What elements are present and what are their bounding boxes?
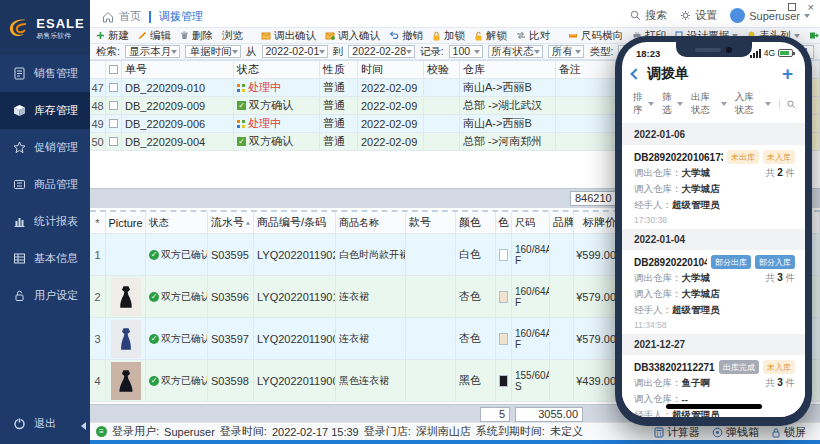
sidebar-item-promotion[interactable]: 促销管理 bbox=[0, 129, 90, 166]
status-badge: 未入库 bbox=[763, 360, 795, 374]
login-time: 2022-02-17 15:39 bbox=[272, 426, 359, 438]
select-all-checkbox[interactable] bbox=[109, 65, 118, 74]
search-label: 检索: bbox=[96, 45, 120, 59]
delete-button[interactable]: 删除 bbox=[180, 29, 213, 43]
from-label: 从 bbox=[246, 45, 257, 59]
login-time-label: 登录时间: bbox=[220, 424, 267, 439]
transfer-out-confirm-button[interactable]: 调出确认 bbox=[261, 29, 316, 43]
date-from-picker[interactable]: 2022-02-01 bbox=[262, 45, 328, 58]
phone-mockup: 18:23 4G 调拨单 + 排序 筛选 出库状态 入库状态 bbox=[615, 36, 812, 426]
logo-icon bbox=[5, 15, 31, 41]
status-select[interactable]: 所有状态 bbox=[488, 45, 544, 58]
cash-drawer-button[interactable]: 弹钱箱 bbox=[712, 425, 759, 440]
username: Superuser bbox=[749, 10, 800, 22]
time-field-select[interactable]: 单据时间 bbox=[185, 45, 241, 58]
records-select[interactable]: 100 bbox=[449, 45, 483, 58]
calculator-button[interactable]: 计算器 bbox=[654, 425, 700, 440]
tab-bar: × 首页 调拨管理 搜索 设置 bbox=[90, 0, 820, 28]
processing-icon bbox=[237, 84, 245, 92]
sort-filter[interactable]: 排序 bbox=[633, 91, 654, 117]
row-checkbox[interactable] bbox=[109, 83, 118, 92]
lock-button[interactable]: 加锁 bbox=[432, 29, 465, 43]
card-timestamp: 11:34:58 bbox=[634, 320, 795, 330]
card-timestamp: 17:30:38 bbox=[634, 215, 795, 225]
outbound-status-filter[interactable]: 出库状态 bbox=[691, 91, 727, 117]
calculator-icon bbox=[654, 427, 664, 438]
app-logo: ESALE 易售乐软件 bbox=[0, 0, 90, 55]
avatar bbox=[730, 8, 745, 23]
status-badge: 出库完成 bbox=[719, 360, 759, 374]
phone-screen: 18:23 4G 调拨单 + 排序 筛选 出库状态 入库状态 bbox=[622, 42, 805, 417]
home-icon bbox=[102, 11, 114, 23]
sidebar-collapse-arrow[interactable] bbox=[81, 422, 86, 430]
back-icon[interactable] bbox=[630, 68, 641, 79]
tab-transfer-management[interactable]: 调拨管理 bbox=[159, 9, 203, 24]
search-icon[interactable] bbox=[787, 99, 796, 110]
quantity-total-box: 5 bbox=[480, 407, 510, 422]
to-label: 到 bbox=[333, 45, 344, 59]
export-button[interactable]: 导出 bbox=[809, 29, 820, 43]
status-badge: 部分入库 bbox=[755, 255, 795, 269]
new-button[interactable]: 新建 bbox=[96, 29, 129, 43]
date-group-header: 2022-01-06 bbox=[622, 124, 805, 145]
sidebar-item-inventory[interactable]: 库存管理 bbox=[0, 92, 90, 129]
scope-select[interactable]: 所有 bbox=[548, 45, 584, 58]
unlock-button[interactable]: 解锁 bbox=[474, 29, 507, 43]
logout-button[interactable]: 退出 bbox=[0, 408, 90, 438]
phone-notch bbox=[676, 42, 752, 57]
bottom-accent-strip bbox=[90, 440, 820, 444]
tab-home[interactable]: 首页 bbox=[102, 9, 141, 24]
sidebar-item-sales[interactable]: 销售管理 bbox=[0, 55, 90, 92]
period-select[interactable]: 显示本月 bbox=[125, 45, 181, 58]
sidebar-item-products[interactable]: 商品管理 bbox=[0, 166, 90, 203]
row-checkbox[interactable] bbox=[109, 101, 118, 110]
login-user-label: 登录用户: bbox=[112, 424, 159, 439]
ruler-icon bbox=[568, 31, 578, 40]
phone-filter-bar: 排序 筛选 出库状态 入库状态 bbox=[622, 87, 805, 124]
browse-button[interactable]: 浏览 bbox=[222, 29, 243, 43]
star-icon bbox=[13, 141, 26, 154]
document-icon bbox=[13, 67, 26, 80]
size-horizontal-button[interactable]: 尺码横向 bbox=[568, 29, 623, 43]
color-swatch bbox=[499, 249, 508, 261]
inbound-status-filter[interactable]: 入库状态 bbox=[735, 91, 771, 117]
search-icon bbox=[630, 10, 641, 21]
compare-button[interactable]: 比对 bbox=[516, 29, 550, 43]
date-to-picker[interactable]: 2022-02-28 bbox=[348, 45, 414, 58]
filter-filter[interactable]: 筛选 bbox=[662, 91, 683, 117]
search-button[interactable]: 搜索 bbox=[630, 8, 667, 23]
row-checkbox[interactable] bbox=[109, 119, 118, 128]
network-type: 4G bbox=[764, 48, 775, 58]
confirmed-icon: ✓ bbox=[237, 137, 246, 146]
user-menu[interactable]: Superuser bbox=[730, 8, 810, 23]
status-badge: 未出库 bbox=[727, 150, 759, 164]
edit-button[interactable]: 编辑 bbox=[138, 29, 171, 43]
settings-button[interactable]: 设置 bbox=[680, 8, 717, 23]
lock-icon bbox=[13, 289, 26, 302]
product-photo bbox=[111, 362, 141, 400]
pencil-icon bbox=[138, 31, 147, 40]
transfer-in-confirm-button[interactable]: 调入确认 bbox=[325, 29, 380, 43]
revoke-button[interactable]: 撤销 bbox=[389, 29, 423, 43]
records-label: 记录: bbox=[420, 45, 444, 59]
phone-header: 调拨单 + bbox=[622, 60, 805, 87]
box-icon bbox=[13, 104, 26, 117]
sidebar-item-reports[interactable]: 统计报表 bbox=[0, 203, 90, 240]
lock-screen-button[interactable]: 锁屏 bbox=[771, 425, 806, 440]
transfer-card[interactable]: DB2892022010617302905未出库未入库 调出仓库：大学城共 2 … bbox=[622, 145, 805, 229]
chevron-down-icon bbox=[794, 34, 800, 38]
add-transfer-button[interactable]: + bbox=[782, 67, 793, 81]
sidebar-item-basic-info[interactable]: 基本信息 bbox=[0, 240, 90, 277]
sidebar-item-user-settings[interactable]: 用户设定 bbox=[0, 277, 90, 314]
mail-out-icon bbox=[261, 31, 271, 40]
speaker-slot bbox=[695, 48, 721, 52]
chevron-down-icon bbox=[804, 14, 810, 18]
chart-icon bbox=[13, 215, 26, 228]
brand-name: ESALE bbox=[36, 17, 84, 30]
row-checkbox[interactable] bbox=[109, 137, 118, 146]
transfer-card[interactable]: DB2892022010411345...部分出库部分入库 调出仓库：大学城共 … bbox=[622, 250, 805, 334]
brand-sub: 易售乐软件 bbox=[36, 32, 84, 39]
signal-icon bbox=[750, 49, 761, 58]
list-icon bbox=[13, 252, 26, 265]
type-label: 类型: bbox=[589, 45, 613, 59]
